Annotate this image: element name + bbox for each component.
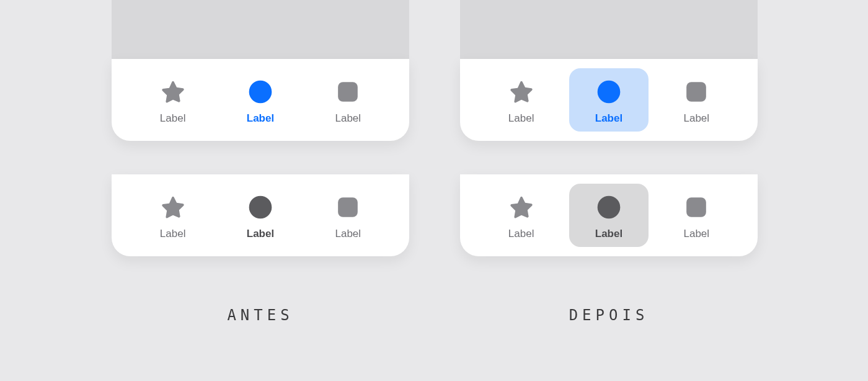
star-icon [158,192,188,222]
tab-label: Label [595,228,622,239]
tab-label: Label [247,113,274,123]
phone-content-placeholder [112,0,409,59]
tab-label: Label [684,113,710,123]
tab-square[interactable]: Label [657,184,736,247]
svg-point-2 [249,195,272,218]
tabbar-before-mono: Label Label Label [112,174,409,256]
svg-rect-1 [338,82,358,102]
tab-circle-active[interactable]: Label [221,184,300,247]
square-icon [333,192,363,222]
tabbar-before-color: Label Label Label [112,59,409,141]
tab-square[interactable]: Label [657,68,736,132]
circle-icon [594,77,624,107]
star-icon [507,192,536,222]
tab-label: Label [335,113,361,123]
star-icon [158,77,188,107]
tab-label: Label [684,228,710,239]
svg-rect-3 [338,197,358,217]
phone-content-placeholder [460,0,758,59]
tab-label: Label [508,113,534,123]
tab-label: Label [508,228,534,239]
tab-star[interactable]: Label [133,184,213,247]
circle-icon [246,77,275,107]
svg-point-4 [598,80,621,103]
circle-icon [246,192,275,222]
svg-rect-7 [686,197,706,217]
square-icon [333,77,363,107]
comparison-diagram: Label Label Label Label [0,0,868,381]
tab-square[interactable]: Label [308,68,388,132]
tab-circle-active-highlighted[interactable]: Label [569,68,649,132]
tab-square[interactable]: Label [308,184,388,247]
circle-icon [594,192,624,222]
svg-point-0 [249,80,272,103]
caption-after: DEPOIS [460,307,758,324]
tab-circle-active-highlighted[interactable]: Label [569,184,649,247]
tab-label: Label [335,228,361,239]
tab-star[interactable]: Label [133,68,213,132]
tab-label: Label [595,113,622,123]
square-icon [681,77,711,107]
tab-star[interactable]: Label [482,68,561,132]
square-icon [681,192,711,222]
star-icon [507,77,536,107]
tabbar-after-color: Label Label Label [460,59,758,141]
svg-point-6 [598,195,621,218]
tabbar-after-mono: Label Label Label [460,174,758,256]
tab-label: Label [160,228,186,239]
svg-rect-5 [686,82,706,102]
tab-label: Label [247,228,274,239]
caption-before: ANTES [112,307,409,324]
tab-star[interactable]: Label [482,184,561,247]
tab-label: Label [160,113,186,123]
tab-circle-active[interactable]: Label [221,68,300,132]
